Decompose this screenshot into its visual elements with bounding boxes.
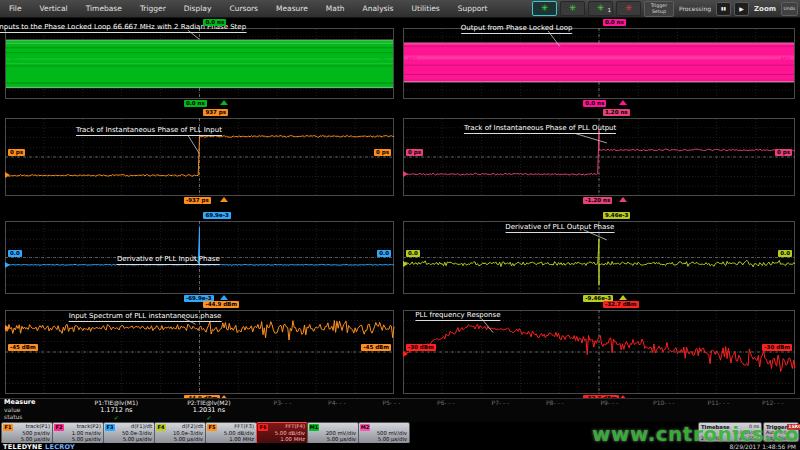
descriptor-box-F6[interactable]: F6FFT(F4)5.00 dB/div1.00 MHz <box>256 422 308 444</box>
menu-item-trigger[interactable]: Trigger <box>131 0 175 17</box>
scope-panel-p2[interactable]: Output from Phase Locked Loop0.0 ns0.0 n… <box>403 28 795 99</box>
scope-panel-p5[interactable]: Derivative of PLL Input Phase69.9e-3-69.… <box>5 221 394 294</box>
scope-panel-p6[interactable]: Derivative of PLL Output Phase9.46e-3-9.… <box>403 221 795 294</box>
waveform-callout-p2: Output from Phase Locked Loop <box>461 24 573 34</box>
grid-p8[interactable] <box>403 310 795 394</box>
descriptor-lines: track(P1)500 ps/div5.00 µs/div <box>14 423 50 443</box>
measure-column-P11[interactable]: P11- - - <box>691 399 745 422</box>
measure-label: P10- - - <box>637 399 691 407</box>
grid-p2[interactable] <box>403 28 795 99</box>
trace-badge-F5: F5 <box>207 424 217 431</box>
menu-item-measure[interactable]: Measure <box>267 0 317 17</box>
measure-status <box>473 415 527 422</box>
trace-badge-F2: F2 <box>54 424 64 431</box>
measure-column-P9[interactable]: P9- - - <box>582 399 636 422</box>
pause-button[interactable]: ▮▮ <box>716 2 731 16</box>
menu-item-math[interactable]: Math <box>317 0 354 17</box>
level-readout-left-p6: 0.0 <box>406 250 420 257</box>
measure-row-label: Measure <box>4 399 70 406</box>
descriptor-box-F4[interactable]: F4d(F2)/dt10.0e-3/div5.00 µs/div <box>154 422 206 444</box>
measure-column-P6[interactable]: P6- - - <box>419 399 473 422</box>
menu-item-cursors[interactable]: Cursors <box>220 0 267 17</box>
measure-column-P2[interactable]: P2:TIE@lv(M2)1.2031 ns✓ <box>163 399 256 422</box>
measure-status <box>691 415 745 422</box>
measure-value <box>473 407 527 415</box>
cursor-readout-bottom-p1: 0.0 ns <box>184 100 207 107</box>
scope-panel-p4[interactable]: Track of Instantaneous Phase of PLL Outp… <box>403 118 795 196</box>
measure-row-label: status <box>4 413 70 420</box>
descriptor-box-M2[interactable]: M2 500 mV/div5.00 µs/div <box>358 422 410 444</box>
measure-label: P5- - - <box>364 399 418 407</box>
level-readout-left-p5: 0.0 <box>8 250 22 257</box>
menu-item-file[interactable]: File <box>0 0 31 17</box>
measure-status <box>255 415 309 422</box>
measure-label: P9- - - <box>582 399 636 407</box>
trigger-position-marker-p3 <box>220 197 228 202</box>
measure-column-P8[interactable]: P8- - - <box>528 399 582 422</box>
scope-panel-p3[interactable]: Track of Instantaneous Phase of PLL Inpu… <box>5 118 394 196</box>
app-icon-green-2[interactable]: ✳ <box>560 1 585 16</box>
zero-level-indicator-F3 <box>5 262 10 268</box>
undo-button[interactable]: Undo <box>781 2 798 16</box>
trace-badge-M1: M1 <box>309 424 319 431</box>
scope-panel-p7[interactable]: Input Spectrum of PLL instantaneous phas… <box>5 310 394 394</box>
descriptor-lines: 500 mV/div5.00 µs/div <box>371 423 407 443</box>
grid-p7[interactable] <box>5 310 394 394</box>
trigger-setup-button[interactable]: Trigger Setup <box>644 1 674 17</box>
descriptor-box-F1[interactable]: F1track(P1)500 ps/div5.00 µs/div <box>1 422 53 444</box>
menu-item-support[interactable]: Support <box>449 0 497 17</box>
measure-column-P10[interactable]: P10- - - <box>637 399 691 422</box>
measure-status: ✓ <box>163 415 256 422</box>
grid-p1[interactable] <box>5 28 394 99</box>
app-icon-green-3[interactable]: ✳1 <box>588 1 613 16</box>
descriptor-box-F5[interactable]: F5FFT(F3)5.00 dB/div1.00 MHz <box>205 422 257 444</box>
descriptor-lines: d(F2)/dt10.0e-3/div5.00 µs/div <box>167 423 203 443</box>
app-icon-green-3-badge: 1 <box>608 4 611 16</box>
menu-bar: FileVerticalTimebaseTriggerDisplayCursor… <box>0 0 800 18</box>
measure-column-P7[interactable]: P7- - - <box>473 399 527 422</box>
app-icon-red[interactable]: ✳ <box>616 1 641 16</box>
level-readout-right-p2: M2 <box>779 56 792 63</box>
measure-column-P4[interactable]: P4- - - <box>310 399 364 422</box>
cursor-readout-top-p5: 69.9e-3 <box>203 212 230 219</box>
app-icon-green-1[interactable]: ✳ <box>532 1 557 16</box>
measure-column-P5[interactable]: P5- - - <box>364 399 418 422</box>
measure-status <box>419 415 473 422</box>
play-button[interactable]: ▶ <box>734 2 749 16</box>
level-readout-left-p2: M2 <box>406 56 419 63</box>
descriptor-box-M1[interactable]: M1 200 mV/div5.00 µs/div <box>307 422 359 444</box>
descriptor-lines: track(P2)1.00 ns/div5.00 µs/div <box>65 423 101 443</box>
trigger-position-marker-p6 <box>619 295 627 300</box>
level-readout-left-p7: -45 dBm <box>8 344 38 351</box>
watermark-text: www.cntronics.com <box>592 422 800 446</box>
measure-row-labels: Measurevaluestatus <box>0 399 70 422</box>
menu-item-vertical[interactable]: Vertical <box>31 0 77 17</box>
menu-item-analysis[interactable]: Analysis <box>354 0 403 17</box>
measure-label: P8- - - <box>528 399 582 407</box>
trace-badge-F4: F4 <box>156 424 166 431</box>
zero-level-indicator-F5 <box>5 325 10 331</box>
scope-panel-p1[interactable]: Inputs to the Phase Locked Loop 66.667 M… <box>5 28 394 99</box>
level-readout-right-p6: 0.0 <box>778 250 792 257</box>
descriptor-line: 5.00 µs/div <box>65 436 101 443</box>
level-readout-left-p1: M1 <box>8 56 21 63</box>
menu-item-display[interactable]: Display <box>175 0 221 17</box>
level-readout-right-p5: 0.0 <box>377 250 391 257</box>
cursor-readout-top-p4: 1.20 ns <box>603 109 630 116</box>
waveform-callout-p3: Track of Instantaneous Phase of PLL Inpu… <box>76 126 222 136</box>
cursor-readout-top-p1: 0.0 ns <box>203 19 226 26</box>
menu-item-timebase[interactable]: Timebase <box>77 0 131 17</box>
cursor-readout-top-p8: -32.7 dBm <box>603 301 639 308</box>
descriptor-box-F3[interactable]: F3d(F1)/dt50.0e-3/div5.00 µs/div <box>103 422 155 444</box>
trace-badge-F1: F1 <box>3 424 13 431</box>
measure-value <box>419 407 473 415</box>
menu-item-utilities[interactable]: Utilities <box>403 0 449 17</box>
level-readout-right-p7: -45 dBm <box>361 344 391 351</box>
level-readout-left-p8: -30 dBm <box>406 344 436 351</box>
measure-status <box>528 415 582 422</box>
scope-panel-p8[interactable]: PLL frequency Response-32.7 dBm-32.7 dBm… <box>403 310 795 394</box>
descriptor-box-F2[interactable]: F2track(P2)1.00 ns/div5.00 µs/div <box>52 422 104 444</box>
measure-column-P12[interactable]: P12- - - <box>746 399 800 422</box>
measure-column-P3[interactable]: P3- - - <box>255 399 309 422</box>
measure-column-P1[interactable]: P1:TIE@lv(M1)1.1712 ns✓ <box>70 399 163 422</box>
